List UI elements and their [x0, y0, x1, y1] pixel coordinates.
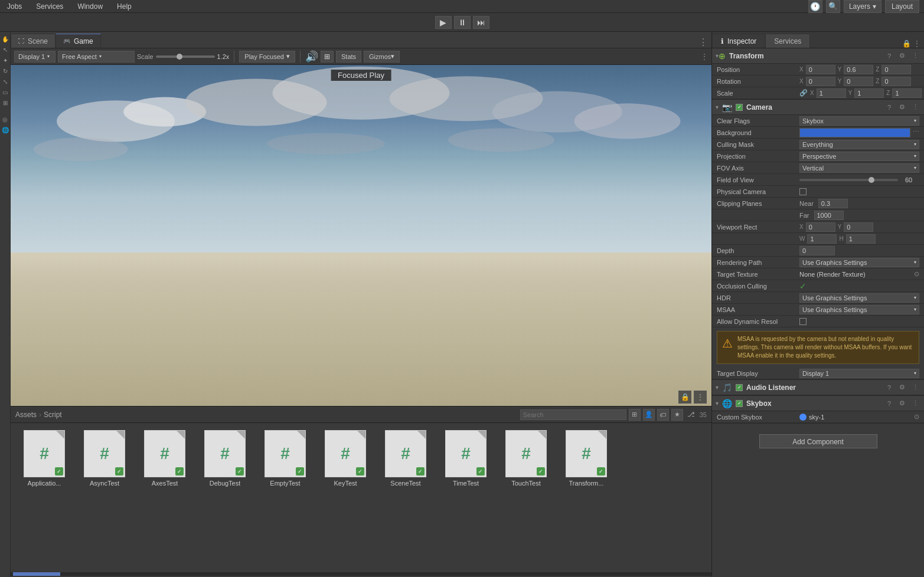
transform-more-btn[interactable]: ⋮	[910, 51, 920, 61]
skybox-help-btn[interactable]: ?	[884, 398, 894, 409]
viewport-x-input[interactable]	[806, 222, 835, 232]
lock-view-btn[interactable]: 🔒	[678, 391, 691, 404]
skybox-picker[interactable]: ⊙	[914, 413, 919, 421]
audio-listener-header[interactable]: ▾ 🎵 ✓ Audio Listener ? ⚙ ⋮	[712, 380, 924, 395]
projection-dropdown[interactable]: Perspective ▾	[799, 152, 919, 161]
viewport-y-input[interactable]	[844, 222, 873, 232]
asset-item-scene-test[interactable]: # ✓ SceneTest	[379, 430, 432, 487]
sidebar-icon-transform[interactable]: ⊞	[1, 98, 10, 107]
clear-flags-dropdown[interactable]: Skybox ▾	[799, 116, 919, 126]
msaa-dropdown[interactable]: Use Graphics Settings ▾	[799, 305, 919, 314]
menu-services[interactable]: Services	[34, 1, 66, 12]
audio-listener-help-btn[interactable]: ?	[884, 382, 894, 393]
play-button[interactable]: ▶	[435, 16, 452, 29]
fov-slider[interactable]	[799, 179, 898, 181]
view-toggle-btn[interactable]: ⊞	[629, 409, 641, 421]
stats-button[interactable]: Stats	[336, 51, 361, 63]
menu-window[interactable]: Window	[75, 1, 105, 12]
scale-slider[interactable]	[156, 55, 215, 58]
tag-btn[interactable]: 🏷	[657, 409, 669, 421]
asset-item-async-test[interactable]: # ✓ AsyncTest	[78, 430, 131, 487]
rotation-x-input[interactable]	[806, 77, 835, 86]
step-button[interactable]: ⏭	[473, 16, 489, 29]
more-inspector-btn[interactable]: ⋮	[913, 40, 920, 48]
audio-listener-more-btn[interactable]: ⋮	[910, 382, 920, 393]
sidebar-icon-global[interactable]: 🌐	[1, 125, 10, 135]
audio-toggle[interactable]: 🔊	[305, 50, 318, 63]
gizmos-button[interactable]: Gizmos ▾	[364, 51, 400, 63]
allow-dynamic-checkbox[interactable]	[799, 318, 807, 325]
add-component-button[interactable]: Add Component	[759, 434, 877, 448]
sidebar-icon-move[interactable]: ✦	[1, 55, 10, 65]
play-focused-button[interactable]: Play Focused ▾	[239, 51, 295, 63]
culling-mask-dropdown[interactable]: Everything ▾	[799, 140, 919, 149]
person-btn[interactable]: 👤	[643, 409, 655, 421]
physical-camera-checkbox[interactable]	[799, 188, 807, 195]
scrollbar-thumb[interactable]	[13, 572, 60, 576]
camera-enabled-checkbox[interactable]: ✓	[736, 104, 743, 111]
asset-item-time-test[interactable]: # ✓ TimeTest	[439, 430, 492, 487]
scale-y-input[interactable]	[854, 88, 884, 98]
hdr-dropdown[interactable]: Use Graphics Settings ▾	[799, 293, 919, 303]
scale-x-input[interactable]	[817, 88, 846, 98]
sidebar-icon-hand[interactable]: ✋	[1, 34, 10, 44]
transform-settings-btn[interactable]: ⚙	[897, 51, 907, 61]
scale-z-input[interactable]	[892, 88, 922, 98]
position-y-input[interactable]	[844, 65, 873, 74]
depth-input[interactable]	[799, 246, 835, 255]
transform-help-btn[interactable]: ?	[884, 51, 894, 61]
background-eyedropper[interactable]: ⋯	[913, 128, 919, 137]
sidebar-icon-rect[interactable]: ▭	[1, 87, 10, 97]
camera-help-btn[interactable]: ?	[884, 102, 894, 113]
rotation-y-input[interactable]	[844, 77, 873, 86]
sidebar-icon-pivot[interactable]: ◎	[1, 114, 10, 124]
menu-jobs[interactable]: Jobs	[5, 1, 24, 12]
project-search-input[interactable]	[520, 409, 626, 420]
stats-icon-btn[interactable]: ⊞	[321, 51, 334, 63]
game-toolbar-more[interactable]: ⋮	[701, 53, 708, 61]
display-dropdown[interactable]: Display 1 ▾	[14, 51, 55, 63]
fov-axis-dropdown[interactable]: Vertical ▾	[799, 163, 919, 173]
sidebar-icon-cursor[interactable]: ↖	[1, 45, 10, 54]
asset-item-touch-test[interactable]: # ✓ TouchTest	[499, 430, 553, 487]
asset-item-empty-test[interactable]: # ✓ EmptyTest	[259, 430, 312, 487]
background-color-swatch[interactable]	[799, 128, 910, 137]
star-btn[interactable]: ★	[671, 409, 683, 421]
viewport-h-input[interactable]	[846, 234, 876, 244]
sidebar-icon-rotate[interactable]: ↻	[1, 66, 10, 76]
position-z-input[interactable]	[881, 65, 911, 74]
layers-dropdown[interactable]: Layers ▾	[844, 0, 881, 13]
breadcrumb-script[interactable]: Script	[44, 411, 62, 419]
near-input[interactable]	[818, 199, 848, 208]
skybox-enabled[interactable]: ✓	[736, 400, 743, 407]
services-tab[interactable]: Services	[765, 34, 810, 48]
lock-inspector-btn[interactable]: 🔒	[902, 40, 911, 48]
asset-item-debug-test[interactable]: # ✓ DebugTest	[198, 430, 252, 487]
layout-button[interactable]: Layout	[885, 0, 919, 13]
horizontal-scrollbar[interactable]	[11, 572, 711, 576]
viewport-w-input[interactable]	[807, 234, 837, 244]
sidebar-icon-scale[interactable]: ⤡	[1, 77, 10, 86]
skybox-more-btn[interactable]: ⋮	[910, 398, 920, 409]
position-x-input[interactable]	[806, 65, 835, 74]
camera-header[interactable]: ▾ 📷 ✓ Camera ? ⚙ ⋮	[712, 100, 924, 115]
far-input[interactable]	[814, 211, 844, 220]
audio-listener-enabled[interactable]: ✓	[736, 384, 743, 391]
breadcrumb-assets[interactable]: Assets	[15, 411, 37, 419]
menu-help[interactable]: Help	[115, 1, 134, 12]
tab-bar-more[interactable]: ⋮	[698, 37, 711, 48]
audio-listener-settings-btn[interactable]: ⚙	[897, 382, 907, 393]
aspect-dropdown[interactable]: Free Aspect ▾	[58, 51, 135, 63]
occlusion-culling-check[interactable]: ✓	[799, 281, 807, 291]
asset-item-key-test[interactable]: # ✓ KeyTest	[319, 430, 372, 487]
camera-settings-btn[interactable]: ⚙	[897, 102, 907, 113]
rotation-z-input[interactable]	[881, 77, 911, 86]
target-texture-picker[interactable]: ⊙	[914, 270, 919, 278]
transform-header[interactable]: ▾ ⊕ Transform ? ⚙ ⋮	[712, 48, 924, 64]
more-view-btn[interactable]: ⋮	[694, 391, 707, 404]
pause-button[interactable]: ⏸	[454, 16, 471, 29]
global-search-button[interactable]: 🔍	[826, 0, 840, 13]
camera-more-btn[interactable]: ⋮	[910, 102, 920, 113]
asset-item-transform-test[interactable]: # ✓ Transform...	[560, 430, 613, 487]
inspector-tab[interactable]: ℹ Inspector	[712, 34, 765, 48]
